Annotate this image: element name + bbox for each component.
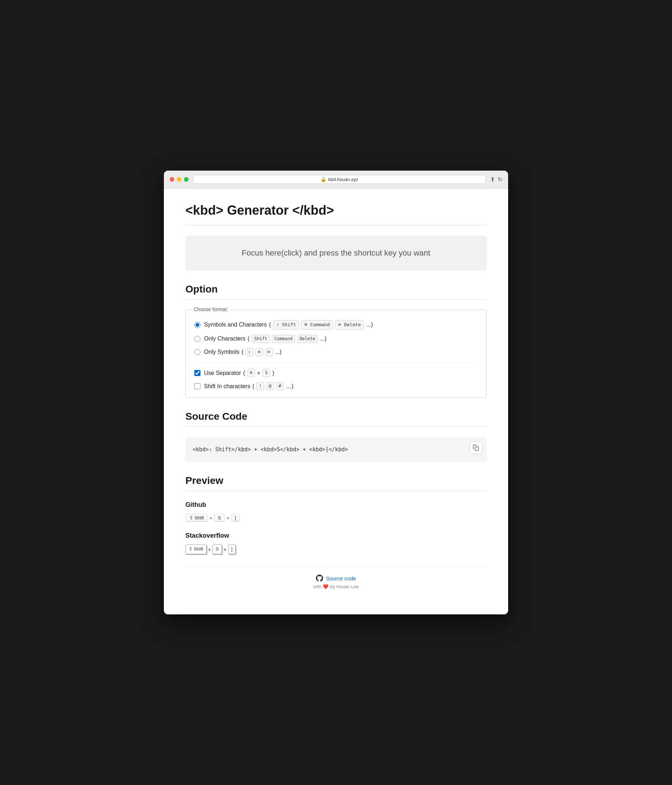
so-sep-2: + bbox=[223, 546, 227, 552]
format-only-chars[interactable]: Only Characters ( Shift Command Delete .… bbox=[194, 335, 478, 343]
example-kbd-cmd-sym: ⌘ Command bbox=[301, 320, 333, 330]
browser-chrome: 🔒 kbd.hsuan.xyz ⬆ ↻ bbox=[164, 170, 508, 189]
checkbox-group: Use Separator ( ⌘ + S ) Shift In charact… bbox=[194, 363, 478, 390]
focus-area-text: Focus here(click) and press the shortcut… bbox=[242, 249, 430, 257]
format-only-chars-label: Only Characters ( Shift Command Delete .… bbox=[204, 335, 327, 343]
format-only-symbols[interactable]: Only Symbols ( ⇧ ⌘ ⌦ ...) bbox=[194, 348, 478, 356]
traffic-lights bbox=[170, 177, 189, 182]
example-kbd-at: @ bbox=[266, 382, 274, 390]
github-sep-2: + bbox=[226, 515, 230, 521]
example-kbd-separator-s: S bbox=[263, 369, 270, 377]
example-kbd-excl: ! bbox=[256, 382, 264, 390]
footer-credit: with ❤️ by Hsuan Lee bbox=[185, 584, 487, 589]
format-only-chars-radio[interactable] bbox=[194, 336, 201, 342]
shift-in-chars-checkbox[interactable] bbox=[194, 383, 201, 389]
footer: Source code with ❤️ by Hsuan Lee bbox=[185, 567, 487, 593]
example-kbd-del-char: Delete bbox=[297, 335, 318, 343]
footer-heart: ❤️ bbox=[323, 584, 329, 589]
focus-area[interactable]: Focus here(click) and press the shortcut… bbox=[185, 236, 487, 271]
source-code-section: Source Code <kbd>⇧ Shift</kbd> + <kbd>S<… bbox=[185, 411, 487, 462]
example-kbd-shift-sym: ⇧ Shift bbox=[273, 320, 299, 330]
options-legend: Choose format: bbox=[191, 306, 230, 312]
so-sep-1: + bbox=[208, 546, 211, 552]
options-group: Choose format: Symbols and Characters ( … bbox=[185, 310, 487, 398]
use-separator-checkbox[interactable] bbox=[194, 370, 201, 376]
format-symbols-and-chars-radio[interactable] bbox=[194, 322, 201, 328]
source-code-box: <kbd>⇧ Shift</kbd> + <kbd>S</kbd> + <kbd… bbox=[185, 437, 487, 462]
stackoverflow-preview: ⇧ Shift + S + ] bbox=[185, 544, 487, 554]
copy-icon bbox=[473, 444, 479, 451]
use-separator-label: Use Separator ( ⌘ + S ) bbox=[204, 369, 274, 377]
example-kbd-del-only: ⌦ bbox=[265, 348, 273, 356]
format-symbols-and-chars[interactable]: Symbols and Characters ( ⇧ Shift ⌘ Comma… bbox=[194, 320, 478, 330]
example-kbd-cmd-char: Command bbox=[272, 335, 295, 343]
stackoverflow-title: Stackoverflow bbox=[185, 532, 487, 539]
preview-title: Preview bbox=[185, 475, 487, 486]
example-kbd-cmd-only: ⌘ bbox=[255, 348, 263, 356]
options-divider bbox=[185, 299, 487, 300]
github-preview-subsection: Github ⇧ Shift + S + ] bbox=[185, 501, 487, 522]
source-code-title: Source Code bbox=[185, 411, 487, 422]
github-preview: ⇧ Shift + S + ] bbox=[185, 514, 487, 522]
address-bar[interactable]: 🔒 kbd.hsuan.xyz bbox=[193, 175, 486, 184]
browser-window: 🔒 kbd.hsuan.xyz ⬆ ↻ <kbd> Generator </kb… bbox=[164, 170, 508, 615]
so-kbd-bracket: ] bbox=[228, 544, 236, 554]
refresh-icon[interactable]: ↻ bbox=[498, 176, 502, 183]
source-code-divider bbox=[185, 427, 487, 427]
github-sep-1: + bbox=[210, 515, 213, 521]
svg-rect-0 bbox=[475, 447, 479, 450]
preview-divider bbox=[185, 491, 487, 491]
example-kbd-shift-char: Shift bbox=[252, 335, 269, 343]
use-separator-option[interactable]: Use Separator ( ⌘ + S ) bbox=[194, 369, 478, 377]
title-divider bbox=[185, 225, 487, 225]
page-content: <kbd> Generator </kbd> Focus here(click)… bbox=[164, 189, 508, 615]
stackoverflow-preview-subsection: Stackoverflow ⇧ Shift + S + ] bbox=[185, 532, 487, 554]
source-code-text: <kbd>⇧ Shift</kbd> + <kbd>S</kbd> + <kbd… bbox=[193, 446, 348, 453]
lock-icon: 🔒 bbox=[321, 177, 326, 182]
maximize-button[interactable] bbox=[184, 177, 189, 182]
share-icon[interactable]: ⬆ bbox=[490, 176, 495, 183]
page-title: <kbd> Generator </kbd> bbox=[185, 203, 487, 218]
shift-in-chars-option[interactable]: Shift In characters ( ! @ # …) bbox=[194, 382, 478, 390]
format-symbols-and-chars-label: Symbols and Characters ( ⇧ Shift ⌘ Comma… bbox=[204, 320, 373, 330]
github-title: Github bbox=[185, 501, 487, 509]
github-footer-icon bbox=[316, 575, 323, 582]
shift-in-chars-label: Shift In characters ( ! @ # …) bbox=[204, 382, 293, 390]
close-button[interactable] bbox=[170, 177, 174, 182]
example-kbd-shift-only: ⇧ bbox=[246, 348, 253, 356]
browser-actions: ⬆ ↻ bbox=[490, 176, 502, 183]
example-kbd-del-sym: ⌦ Delete bbox=[335, 320, 364, 330]
options-title: Option bbox=[185, 283, 487, 295]
url-text: kbd.hsuan.xyz bbox=[328, 177, 358, 182]
format-only-symbols-label: Only Symbols ( ⇧ ⌘ ⌦ ...) bbox=[204, 348, 282, 356]
source-code-link[interactable]: Source code bbox=[326, 575, 356, 582]
copy-button[interactable] bbox=[469, 441, 482, 454]
minimize-button[interactable] bbox=[177, 177, 182, 182]
format-only-symbols-radio[interactable] bbox=[194, 349, 201, 355]
footer-source: Source code bbox=[185, 575, 487, 582]
footer-by: by Hsuan Lee bbox=[330, 584, 359, 589]
example-kbd-separator-cmd: ⌘ bbox=[247, 369, 255, 377]
github-kbd-shift: ⇧ Shift bbox=[185, 514, 208, 522]
footer-with: with bbox=[313, 584, 321, 589]
preview-section: Preview Github ⇧ Shift + S + ] Stackover… bbox=[185, 475, 487, 554]
example-kbd-hash: # bbox=[276, 382, 284, 390]
format-radio-group: Symbols and Characters ( ⇧ Shift ⌘ Comma… bbox=[194, 320, 478, 356]
so-kbd-s: S bbox=[212, 544, 222, 554]
options-section: Option Choose format: Symbols and Charac… bbox=[185, 283, 487, 398]
github-kbd-s: S bbox=[214, 514, 225, 522]
github-kbd-bracket: ] bbox=[231, 514, 240, 522]
so-kbd-shift: ⇧ Shift bbox=[185, 544, 207, 554]
